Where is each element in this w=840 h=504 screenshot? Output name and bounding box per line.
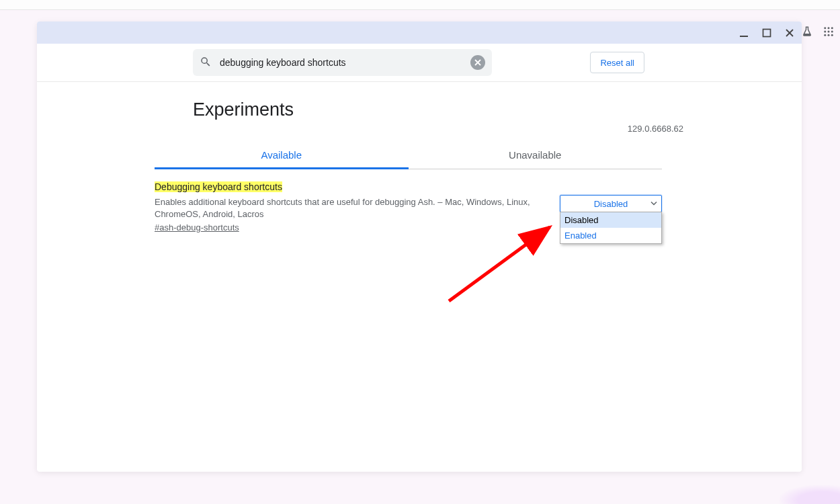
browser-tab-strip (0, 0, 840, 10)
version-text: 129.0.6668.62 (628, 124, 683, 134)
reset-all-button[interactable]: Reset all (590, 52, 644, 73)
maximize-icon[interactable] (760, 26, 773, 40)
flags-window: Reset all Experiments 129.0.6668.62 Avai… (37, 22, 802, 472)
flag-select[interactable]: Disabled Disabled Enabled (560, 195, 662, 212)
chevron-down-icon (650, 199, 657, 209)
window-titlebar (37, 22, 802, 44)
svg-point-0 (824, 27, 826, 29)
flag-select-box[interactable]: Disabled (560, 195, 662, 212)
flag-hash-link[interactable]: #ash-debug-shortcuts (155, 222, 546, 233)
svg-point-1 (828, 27, 830, 29)
shelf-icons (801, 26, 835, 40)
minimize-icon[interactable] (737, 26, 751, 40)
svg-point-8 (831, 34, 833, 36)
tab-bar: Available Unavailable (155, 140, 662, 169)
svg-rect-10 (763, 29, 771, 36)
svg-point-3 (824, 31, 826, 33)
flag-description: Enables additional keyboard shortcuts th… (155, 196, 546, 220)
flag-select-value: Disabled (594, 199, 628, 209)
flag-option-disabled[interactable]: Disabled (560, 212, 661, 228)
flag-option-enabled[interactable]: Enabled (560, 228, 661, 243)
header-row: Reset all (37, 44, 802, 82)
flag-title: Debugging keyboard shortcuts (155, 181, 282, 192)
content-area: Experiments 129.0.6668.62 Available Unav… (37, 82, 802, 472)
svg-point-5 (831, 31, 833, 33)
decorative-blob (780, 485, 840, 504)
flag-row: Debugging keyboard shortcuts Enables add… (155, 181, 662, 233)
search-box[interactable] (193, 49, 492, 76)
clear-search-icon[interactable] (470, 55, 485, 70)
close-icon[interactable] (783, 26, 796, 40)
search-input[interactable] (218, 56, 464, 69)
flask-icon[interactable] (801, 26, 813, 40)
svg-line-16 (449, 227, 550, 301)
apps-grid-icon[interactable] (823, 26, 835, 40)
flag-select-dropdown[interactable]: Disabled Enabled (560, 212, 662, 244)
svg-point-6 (824, 34, 826, 36)
svg-point-4 (828, 31, 830, 33)
tab-available[interactable]: Available (155, 140, 409, 169)
search-icon (200, 56, 212, 70)
page-title: Experiments (193, 99, 654, 120)
svg-rect-9 (740, 36, 748, 37)
tab-unavailable[interactable]: Unavailable (409, 140, 663, 169)
svg-point-7 (828, 34, 830, 36)
svg-point-2 (831, 27, 833, 29)
